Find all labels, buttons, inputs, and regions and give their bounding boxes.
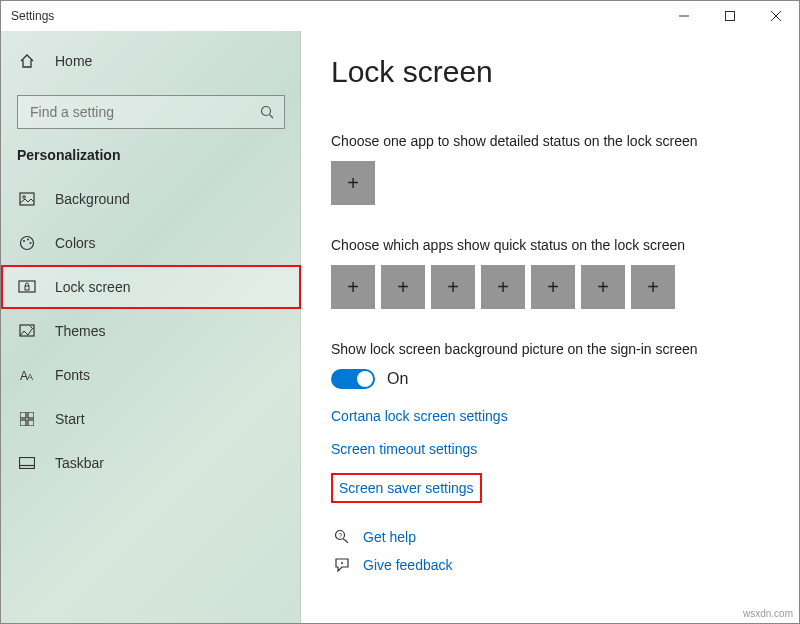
svg-rect-19: [20, 420, 26, 426]
plus-icon: +: [647, 276, 659, 299]
screen-timeout-link[interactable]: Screen timeout settings: [331, 441, 477, 457]
home-icon: [17, 53, 37, 69]
search-box[interactable]: [17, 95, 285, 129]
sidebar-item-label: Background: [55, 191, 130, 207]
svg-rect-6: [20, 193, 34, 205]
sidebar-item-lock-screen[interactable]: Lock screen: [1, 265, 301, 309]
svg-rect-1: [726, 12, 735, 21]
svg-point-10: [27, 239, 29, 241]
svg-rect-20: [28, 420, 34, 426]
sidebar-item-themes[interactable]: Themes: [1, 309, 301, 353]
plus-icon: +: [447, 276, 459, 299]
svg-text:?: ?: [338, 532, 342, 539]
signin-bg-toggle[interactable]: [331, 369, 375, 389]
give-feedback-row[interactable]: Give feedback: [331, 557, 775, 573]
sidebar-item-background[interactable]: Background: [1, 177, 301, 221]
sidebar-item-label: Start: [55, 411, 85, 427]
palette-icon: [17, 235, 37, 251]
page-heading: Lock screen: [331, 55, 775, 89]
window-title: Settings: [11, 9, 54, 23]
add-detailed-app-tile[interactable]: +: [331, 161, 375, 205]
add-quick-app-tile[interactable]: +: [531, 265, 575, 309]
plus-icon: +: [547, 276, 559, 299]
svg-rect-18: [28, 412, 34, 418]
search-input[interactable]: [28, 103, 260, 121]
sidebar-item-taskbar[interactable]: Taskbar: [1, 441, 301, 485]
sidebar-item-label: Fonts: [55, 367, 90, 383]
svg-point-8: [21, 237, 34, 250]
close-button[interactable]: [753, 1, 799, 31]
svg-point-11: [30, 242, 32, 244]
signin-bg-toggle-row: On: [331, 369, 775, 389]
add-quick-app-tile[interactable]: +: [431, 265, 475, 309]
add-quick-app-tile[interactable]: +: [631, 265, 675, 309]
help-icon: ?: [331, 529, 353, 545]
settings-window: Settings Home Personalization: [0, 0, 800, 624]
lock-screen-icon: [17, 280, 37, 294]
toggle-state-label: On: [387, 370, 408, 388]
plus-icon: +: [347, 172, 359, 195]
svg-point-25: [341, 562, 343, 564]
svg-line-5: [270, 115, 274, 119]
feedback-icon: [331, 557, 353, 573]
start-icon: [17, 412, 37, 426]
detailed-status-label: Choose one app to show detailed status o…: [331, 133, 775, 149]
maximize-button[interactable]: [707, 1, 753, 31]
sidebar-item-colors[interactable]: Colors: [1, 221, 301, 265]
give-feedback-label: Give feedback: [363, 557, 453, 573]
signin-bg-label: Show lock screen background picture on t…: [331, 341, 775, 357]
detailed-status-row: +: [331, 161, 775, 205]
taskbar-icon: [17, 457, 37, 469]
add-quick-app-tile[interactable]: +: [331, 265, 375, 309]
home-label: Home: [55, 53, 92, 69]
search-icon: [260, 105, 274, 119]
titlebar: Settings: [1, 1, 799, 31]
svg-text:A: A: [27, 372, 33, 382]
fonts-icon: AA: [17, 367, 37, 383]
cortana-link[interactable]: Cortana lock screen settings: [331, 408, 508, 424]
svg-point-4: [262, 107, 271, 116]
sidebar-item-label: Colors: [55, 235, 95, 251]
get-help-label: Get help: [363, 529, 416, 545]
plus-icon: +: [497, 276, 509, 299]
quick-status-row: + + + + + + +: [331, 265, 775, 309]
svg-rect-21: [20, 458, 35, 469]
sidebar-item-label: Themes: [55, 323, 106, 339]
window-controls: [661, 1, 799, 31]
minimize-button[interactable]: [661, 1, 707, 31]
sidebar-item-fonts[interactable]: AA Fonts: [1, 353, 301, 397]
add-quick-app-tile[interactable]: +: [581, 265, 625, 309]
svg-rect-17: [20, 412, 26, 418]
add-quick-app-tile[interactable]: +: [381, 265, 425, 309]
add-quick-app-tile[interactable]: +: [481, 265, 525, 309]
content-pane: Lock screen Choose one app to show detai…: [301, 31, 799, 623]
picture-icon: [17, 191, 37, 207]
sidebar: Home Personalization Background Colors L…: [1, 31, 301, 623]
window-body: Home Personalization Background Colors L…: [1, 31, 799, 623]
svg-point-7: [23, 196, 26, 199]
category-heading: Personalization: [1, 147, 301, 177]
sidebar-item-label: Lock screen: [55, 279, 130, 295]
sidebar-item-label: Taskbar: [55, 455, 104, 471]
screen-saver-highlight: Screen saver settings: [331, 473, 482, 503]
home-nav[interactable]: Home: [1, 41, 301, 81]
sidebar-item-start[interactable]: Start: [1, 397, 301, 441]
plus-icon: +: [397, 276, 409, 299]
plus-icon: +: [347, 276, 359, 299]
svg-rect-13: [25, 286, 29, 290]
watermark: wsxdn.com: [743, 608, 793, 619]
svg-point-9: [23, 240, 25, 242]
themes-icon: [17, 323, 37, 339]
get-help-row[interactable]: ? Get help: [331, 529, 775, 545]
plus-icon: +: [597, 276, 609, 299]
screen-saver-link[interactable]: Screen saver settings: [339, 480, 474, 496]
quick-status-label: Choose which apps show quick status on t…: [331, 237, 775, 253]
